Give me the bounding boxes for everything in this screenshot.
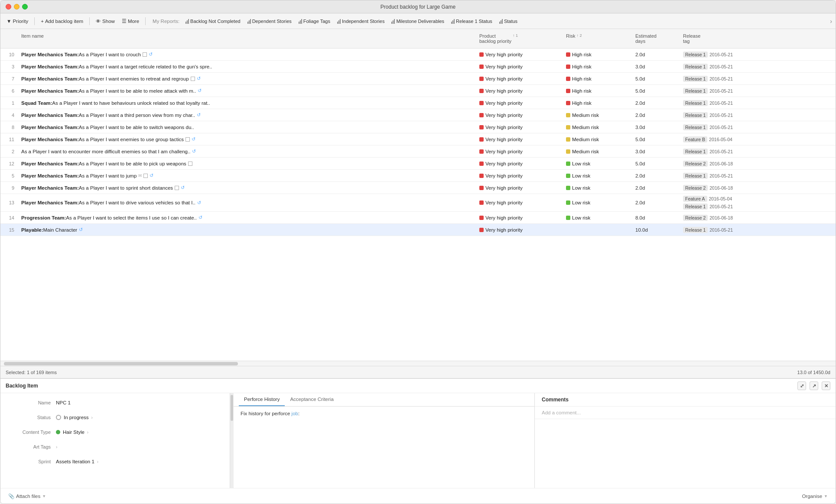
sort-icon: ↑ 1 — [513, 33, 518, 38]
item-name-cell[interactable]: Playable: Main Character↺ — [18, 225, 476, 234]
story-text: As a Player I want a third person view f… — [79, 113, 195, 118]
table-row[interactable]: 15Playable: Main Character↺Very high pri… — [0, 224, 836, 236]
item-name-cell[interactable]: Player Mechanics Team: As a Player I wan… — [18, 171, 476, 180]
release-tag: Release 2 — [683, 185, 708, 191]
chevron-right-icon[interactable]: › — [87, 430, 88, 435]
priority-dot — [479, 77, 484, 81]
table-body: 10Player Mechanics Team: As a Player I w… — [0, 48, 836, 361]
add-backlog-button[interactable]: + Add backlog item — [38, 17, 86, 25]
story-text: As a Player I want to have behaviours un… — [52, 100, 210, 106]
report-independent-stories[interactable]: Independent Stories — [335, 18, 387, 25]
risk-dot — [566, 101, 570, 105]
chevron-right-icon[interactable]: › — [91, 415, 93, 420]
table-row[interactable]: 1Squad Team: As a Player I want to have … — [0, 97, 836, 109]
story-text: As a Player I want to jump — [79, 173, 137, 178]
item-name-cell[interactable]: As a Player I want to encounter more dif… — [18, 147, 476, 156]
risk-dot — [566, 89, 570, 93]
report-backlog-not-completed[interactable]: Backlog Not Completed — [183, 18, 243, 25]
item-name-cell[interactable]: Player Mechanics Team: As a Player I wan… — [18, 50, 476, 59]
detail-scrollbar[interactable] — [230, 393, 234, 488]
chevron-right-icon[interactable]: › — [56, 445, 57, 449]
horizontal-scrollbar[interactable] — [4, 362, 238, 365]
perforce-job-link[interactable]: job — [292, 411, 298, 416]
item-name-cell[interactable]: Player Mechanics Team: As a Player I wan… — [18, 74, 476, 83]
table-row[interactable]: 13Player Mechanics Team: As a Player I w… — [0, 194, 836, 212]
art-tags-value: › — [56, 445, 57, 449]
item-name-cell[interactable]: Player Mechanics Team: As a Player I wan… — [18, 123, 476, 132]
team-label: Player Mechanics Team: — [21, 137, 79, 142]
th-risk[interactable]: Risk ↑ 2 — [563, 32, 632, 45]
sort-icon: ↑ 2 — [576, 33, 582, 38]
item-name-cell[interactable]: Player Mechanics Team: As a Player I wan… — [18, 183, 476, 192]
table-row[interactable]: 8Player Mechanics Team: As a Player I wa… — [0, 121, 836, 133]
risk-cell: Low risk — [563, 198, 632, 207]
table-row[interactable]: 2As a Player I want to encounter more di… — [0, 145, 836, 158]
priority-dropdown[interactable]: ▼ Priority — [4, 17, 31, 25]
item-name-cell[interactable]: Squad Team: As a Player I want to have b… — [18, 99, 476, 107]
chart-icon — [247, 19, 251, 24]
table-row[interactable]: 4Player Mechanics Team: As a Player I wa… — [0, 109, 836, 121]
th-days[interactable]: Estimateddays — [632, 32, 680, 45]
table-row[interactable]: 12Player Mechanics Team: As a Player I w… — [0, 158, 836, 170]
days-cell: 2.0d — [632, 50, 680, 59]
priority-text: Very high priority — [485, 215, 523, 220]
item-name-cell[interactable]: Progression Team: As a Player I want to … — [18, 213, 476, 222]
table-row[interactable]: 5Player Mechanics Team: As a Player I wa… — [0, 170, 836, 182]
risk-cell: Medium risk — [563, 111, 632, 120]
release-tag: Release 2 — [683, 161, 708, 167]
table-row[interactable]: 11Player Mechanics Team: As a Player I w… — [0, 133, 836, 145]
item-name-cell[interactable]: Player Mechanics Team: As a Player I wan… — [18, 135, 476, 144]
th-priority[interactable]: Productbacklog priority ↑ 1 — [476, 32, 563, 45]
toolbar-separator-3 — [145, 17, 146, 25]
maximize-button[interactable] — [22, 4, 28, 10]
report-foliage-tags[interactable]: Foliage Tags — [296, 18, 333, 25]
content-type-label: Content Type — [7, 430, 51, 435]
minimize-button[interactable] — [14, 4, 20, 10]
item-name-cell[interactable]: Player Mechanics Team: As a Player I wan… — [18, 110, 476, 120]
comment-input[interactable]: Add a comment... — [535, 407, 836, 419]
team-label: Player Mechanics Team: — [21, 64, 79, 69]
spiral-icon: ↺ — [181, 185, 185, 191]
table-row[interactable]: 10Player Mechanics Team: As a Player I w… — [0, 48, 836, 61]
tab-perforce-history[interactable]: Perforce History — [239, 393, 285, 406]
table-row[interactable]: 6Player Mechanics Team: As a Player I wa… — [0, 85, 836, 97]
priority-cell: Very high priority — [476, 135, 563, 144]
show-button[interactable]: 👁 Show — [93, 17, 117, 25]
risk-dot — [566, 149, 570, 154]
expand-right-button[interactable]: › — [830, 18, 832, 25]
chevron-right-icon[interactable]: › — [97, 459, 98, 464]
item-name-cell[interactable]: Player Mechanics Team: As a Player I wan… — [18, 86, 476, 95]
risk-cell — [563, 228, 632, 232]
item-name-cell[interactable]: Player Mechanics Team: As a Player I wan… — [18, 159, 476, 168]
item-name-cell[interactable]: Player Mechanics Team: As a Player I wan… — [18, 62, 476, 71]
row-number: 11 — [0, 135, 18, 144]
th-name[interactable]: Item name — [18, 32, 476, 45]
risk-dot — [566, 200, 570, 205]
my-reports-label: My Reports: — [153, 19, 179, 24]
release-tag: Release 1 — [683, 100, 708, 106]
table-row[interactable]: 7Player Mechanics Team: As a Player I wa… — [0, 73, 836, 85]
risk-text: Low risk — [572, 173, 590, 178]
report-dependent-stories[interactable]: Dependent Stories — [245, 18, 294, 25]
expand-panel-button[interactable]: ⤢ — [797, 381, 806, 390]
release-date: 2016-05-21 — [709, 88, 733, 94]
sprint-label: Sprint — [7, 459, 51, 464]
report-release-1-status[interactable]: Release 1 Status — [449, 18, 495, 25]
th-release[interactable]: Releasetag — [680, 32, 749, 45]
close-button[interactable] — [6, 4, 11, 10]
risk-text: Low risk — [572, 161, 590, 166]
organise-button[interactable]: Organise ▼ — [799, 492, 830, 500]
report-milestone-deliverables[interactable]: Milestone Deliverables — [389, 18, 447, 25]
report-status[interactable]: Status — [497, 18, 520, 25]
item-name-cell[interactable]: Player Mechanics Team: As a Player I wan… — [18, 198, 476, 207]
more-button[interactable]: ☰ More — [119, 17, 142, 26]
close-panel-button[interactable]: ✕ — [822, 381, 830, 390]
table-row[interactable]: 9Player Mechanics Team: As a Player I wa… — [0, 182, 836, 194]
days-cell: 5.0d — [632, 135, 680, 144]
risk-cell: High risk — [563, 74, 632, 83]
external-link-button[interactable]: ↗ — [810, 381, 818, 390]
table-row[interactable]: 3Player Mechanics Team: As a Player I wa… — [0, 61, 836, 73]
table-row[interactable]: 14Progression Team: As a Player I want t… — [0, 212, 836, 224]
attach-files-button[interactable]: 📎 Attach files ▼ — [6, 492, 49, 501]
tab-acceptance-criteria[interactable]: Acceptance Criteria — [285, 393, 338, 406]
